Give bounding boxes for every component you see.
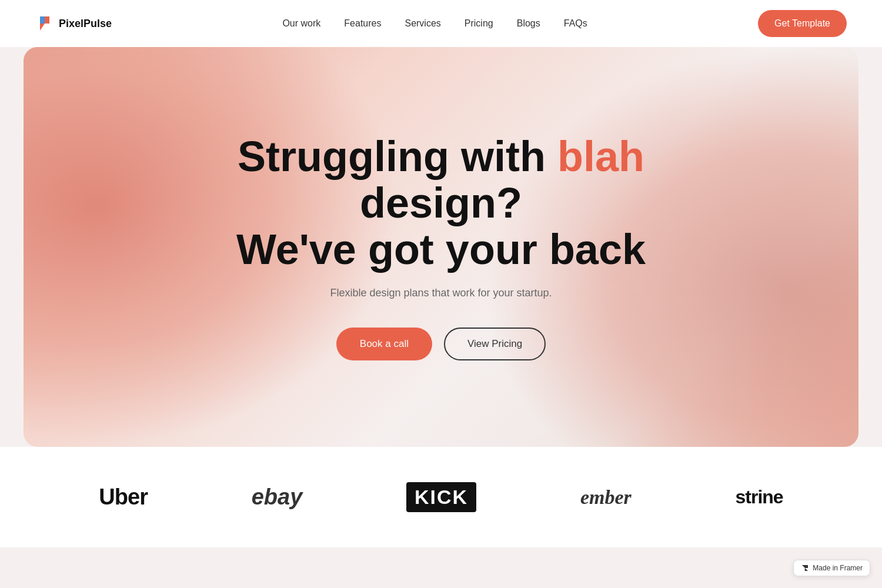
nav-our-work[interactable]: Our work [282,18,320,29]
hero-title: Struggling with blah design? We've got y… [206,133,676,273]
logo-icon [35,14,54,33]
framer-icon [801,564,809,572]
get-template-button[interactable]: Get Template [758,10,847,37]
hero-title-part1: Struggling with [238,133,557,180]
logos-section: Uber ebay KICK ember strine [0,447,882,547]
nav-faqs[interactable]: FAQs [564,18,587,29]
hero-title-accent: blah [557,133,644,180]
hero-subtitle: Flexible design plans that work for your… [206,287,676,299]
hero-buttons: Book a call View Pricing [206,328,676,360]
logo-uber: Uber [99,485,148,510]
view-pricing-button[interactable]: View Pricing [444,328,546,360]
logo-strine: strine [735,486,783,508]
logo-ebay: ebay [252,485,303,510]
book-call-button[interactable]: Book a call [336,328,432,360]
hero-content: Struggling with blah design? We've got y… [206,133,676,361]
nav-features[interactable]: Features [344,18,381,29]
nav-services[interactable]: Services [405,18,440,29]
framer-badge-label: Made in Framer [813,564,863,572]
hero-section: Struggling with blah design? We've got y… [24,47,858,447]
framer-badge[interactable]: Made in Framer [793,560,870,576]
brand-name: PixelPulse [59,18,112,30]
hero-title-line2: We've got your back [236,226,646,273]
nav-pricing[interactable]: Pricing [465,18,493,29]
logo-ember: ember [580,486,632,509]
hero-title-part2: design? [360,179,522,226]
logo-kick: KICK [406,482,476,512]
nav-links: Our work Features Services Pricing Blogs… [282,18,587,29]
nav-blogs[interactable]: Blogs [517,18,540,29]
logo[interactable]: PixelPulse [35,14,112,33]
navbar: PixelPulse Our work Features Services Pr… [0,0,882,47]
